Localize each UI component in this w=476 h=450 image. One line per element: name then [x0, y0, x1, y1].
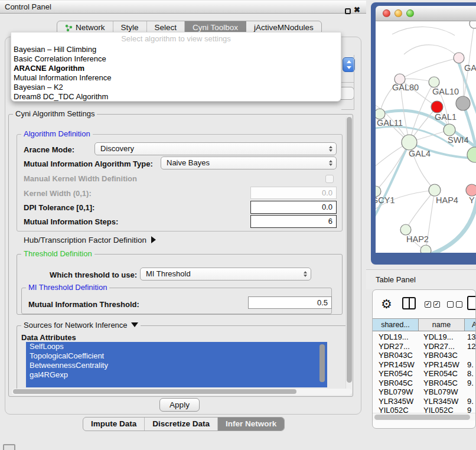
tab-infer-network[interactable]: Infer Network — [218, 418, 284, 431]
network-node-gal10[interactable] — [429, 77, 439, 87]
table-row[interactable]: YLR345WYLR345W9. — [373, 397, 476, 406]
node-label: GAL10 — [432, 87, 459, 96]
float-window-icon[interactable] — [345, 8, 351, 14]
network-node[interactable] — [456, 96, 470, 110]
table-panel-title: Table Panel — [376, 275, 416, 284]
column-header-name[interactable]: name — [419, 319, 465, 331]
table-row[interactable]: YBR043CYBR043C — [373, 351, 476, 360]
sources-group-title[interactable]: Sources for Network Inference — [21, 321, 141, 330]
table-header-row: shared... name A — [373, 318, 476, 331]
which-threshold-label: Which threshold to use: — [50, 270, 137, 279]
close-traffic-light-icon[interactable] — [383, 9, 390, 17]
dropdown-item-bayesian-hill-climbing[interactable]: Bayesian – Hill Climbing — [14, 45, 338, 54]
unchecked-checkbox-icon[interactable] — [447, 301, 454, 308]
dropdown-item-dream8[interactable]: Dream8 DC_TDC Algorithm — [14, 92, 338, 102]
combo-arrows-icon — [304, 271, 307, 277]
combo-arrows-icon — [329, 146, 332, 152]
node-label: Y — [469, 195, 475, 205]
list-item-gal4rgexp[interactable]: gal4RGexp — [26, 370, 327, 380]
network-node-gal4[interactable] — [402, 135, 417, 150]
groupbox-fragment-line — [341, 109, 354, 110]
dropdown-item-mutual-information[interactable]: Mutual Information Inference — [14, 73, 338, 83]
list-item-selfloops[interactable]: SelfLoops — [26, 342, 327, 351]
manual-kernel-checkbox[interactable] — [325, 175, 334, 183]
table-row[interactable]: YDR27...YDR27...12 — [373, 342, 476, 351]
scrollbar-thumb[interactable] — [13, 389, 296, 394]
data-attributes-list: SelfLoops TopologicalCoefficient Between… — [26, 342, 327, 387]
column-header-shared[interactable]: shared... — [373, 319, 419, 331]
scrollbar-thumb[interactable] — [347, 117, 352, 383]
table-row[interactable]: YER054CYER054C8. — [373, 369, 476, 379]
algorithm-dropdown-prompt: Select algorithm to view settings — [11, 34, 341, 43]
dropdown-item-bayesian-k2[interactable]: Bayesian – K2 — [14, 83, 338, 92]
aracne-mode-combo[interactable]: Discovery — [94, 142, 337, 155]
list-vertical-scrollbar[interactable] — [319, 344, 325, 382]
document-icon[interactable] — [467, 296, 476, 310]
network-window-titlebar[interactable] — [376, 6, 476, 21]
tab-impute-data[interactable]: Impute Data — [83, 418, 145, 431]
mi-threshold-input[interactable]: 0.5 — [248, 296, 332, 309]
which-threshold-combo[interactable]: MI Threshold — [140, 268, 311, 281]
tab-discretize-data[interactable]: Discretize Data — [145, 418, 218, 431]
manual-kernel-label: Manual Kernel Width Definition — [24, 174, 137, 183]
network-graph: GAL GAL80 GAL10 GAL1 GAL11 SWI4 GAL4 GCY… — [376, 21, 476, 253]
settings-vertical-scrollbar[interactable] — [345, 116, 353, 394]
hub-definition-expander[interactable]: Hub/Transcription Factor Definition — [24, 236, 156, 244]
list-item-betweennesscentrality[interactable]: BetweennessCentrality — [26, 361, 327, 370]
column-header-clipped[interactable]: A — [465, 319, 476, 331]
node-label: GAL11 — [377, 118, 403, 128]
network-node[interactable] — [466, 184, 476, 196]
network-view-window: GAL GAL80 GAL10 GAL1 GAL11 SWI4 GAL4 GCY… — [371, 2, 476, 265]
minimized-window-icon[interactable] — [3, 444, 15, 450]
mi-steps-input[interactable]: 6 — [250, 215, 337, 228]
node-label: GAL80 — [392, 83, 419, 92]
control-panel-title: Control Panel — [5, 2, 51, 11]
aracne-mode-label: Aracne Mode: — [24, 145, 74, 154]
groupbox-fragment-line — [354, 55, 354, 109]
table-row[interactable]: YPR145WYPR145W9. — [373, 360, 476, 370]
network-node[interactable] — [467, 147, 476, 162]
scrollbar-thumb[interactable] — [374, 415, 470, 420]
table-horizontal-scrollbar[interactable] — [373, 413, 476, 420]
table-toolbar: ⚙ ✓ ✓ — [373, 294, 475, 316]
network-node-hap2[interactable] — [400, 224, 411, 235]
dpi-tolerance-input[interactable]: 0.0 — [250, 201, 337, 214]
mi-type-combo[interactable]: Naive Bayes — [161, 156, 337, 169]
unchecked-checkbox-icon[interactable] — [456, 301, 462, 308]
network-canvas[interactable]: GAL GAL80 GAL10 GAL1 GAL11 SWI4 GAL4 GCY… — [376, 21, 476, 253]
algorithm-dropdown: Select algorithm to view settings Bayesi… — [11, 32, 341, 102]
list-item-topologicalcoefficient[interactable]: TopologicalCoefficient — [26, 351, 327, 361]
network-node-swi4[interactable] — [444, 124, 455, 136]
table-rows: YDL19...YDL19...13 YDR27...YDR27...12 YB… — [373, 332, 476, 415]
columns-icon[interactable] — [402, 297, 416, 309]
combo-arrows-icon — [329, 160, 332, 166]
network-node[interactable] — [454, 53, 464, 63]
network-node[interactable] — [470, 21, 476, 28]
table-row[interactable]: YBL079WYBL079W — [373, 387, 476, 397]
zoom-traffic-light-icon[interactable] — [406, 9, 414, 17]
network-node-gal1[interactable] — [431, 101, 443, 113]
algorithm-combo-fragment[interactable] — [343, 57, 355, 72]
node-label: GAL — [464, 63, 476, 73]
collapse-down-icon — [131, 322, 138, 327]
dropdown-item-basic-correlation[interactable]: Basic Correlation Inference — [14, 54, 338, 64]
table-panel-titlebar: Table Panel — [366, 269, 476, 289]
checked-checkbox-icon[interactable]: ✓ — [425, 301, 431, 308]
network-node[interactable] — [420, 245, 431, 253]
dropdown-item-aracne[interactable]: ARACNE Algorithm — [14, 64, 338, 73]
checked-checkbox-icon[interactable]: ✓ — [433, 301, 440, 308]
minimize-traffic-light-icon[interactable] — [395, 9, 402, 17]
node-label: HAP2 — [406, 234, 429, 244]
settings-horizontal-scrollbar[interactable] — [12, 389, 352, 395]
network-node-hap4[interactable] — [429, 184, 441, 196]
mi-steps-label: Mutual Information Steps: — [24, 217, 118, 226]
apply-button[interactable]: Apply — [159, 398, 200, 412]
expand-right-icon — [151, 236, 156, 243]
kernel-width-input[interactable]: 0.0 — [250, 187, 337, 199]
close-icon[interactable]: ✖ — [354, 5, 360, 14]
mi-type-label: Mutual Information Algorithm Type: — [24, 159, 153, 168]
table-row[interactable]: YBR045CYBR045C9. — [373, 379, 476, 388]
mi-threshold-group-title: MI Threshold Definition — [26, 283, 109, 292]
table-row[interactable]: YDL19...YDL19...13 — [373, 332, 476, 342]
gear-icon[interactable]: ⚙ — [381, 296, 392, 312]
